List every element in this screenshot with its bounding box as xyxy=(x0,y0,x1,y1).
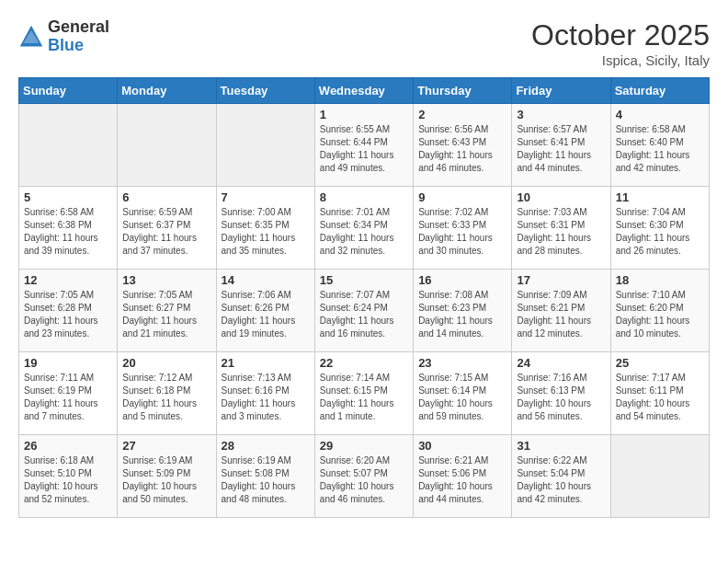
day-info: Sunrise: 6:19 AM Sunset: 5:09 PM Dayligh… xyxy=(122,454,210,506)
calendar-cell: 10Sunrise: 7:03 AM Sunset: 6:31 PM Dayli… xyxy=(512,187,610,270)
day-info: Sunrise: 6:22 AM Sunset: 5:04 PM Dayligh… xyxy=(517,454,605,506)
calendar-cell: 3Sunrise: 6:57 AM Sunset: 6:41 PM Daylig… xyxy=(512,104,610,187)
day-info: Sunrise: 6:59 AM Sunset: 6:37 PM Dayligh… xyxy=(122,206,210,258)
day-number: 7 xyxy=(222,190,310,204)
day-info: Sunrise: 7:05 AM Sunset: 6:27 PM Dayligh… xyxy=(122,289,210,340)
day-info: Sunrise: 7:03 AM Sunset: 6:31 PM Dayligh… xyxy=(517,206,605,258)
calendar-cell: 31Sunrise: 6:22 AM Sunset: 5:04 PM Dayli… xyxy=(512,435,610,518)
calendar-cell: 23Sunrise: 7:15 AM Sunset: 6:14 PM Dayli… xyxy=(414,352,512,435)
calendar-cell: 12Sunrise: 7:05 AM Sunset: 6:28 PM Dayli… xyxy=(19,270,118,352)
day-info: Sunrise: 7:11 AM Sunset: 6:19 PM Dayligh… xyxy=(24,372,112,423)
day-number: 28 xyxy=(222,439,310,453)
day-number: 11 xyxy=(616,190,704,204)
day-number: 23 xyxy=(418,356,506,370)
column-header-saturday: Saturday xyxy=(610,78,709,104)
calendar-cell: 29Sunrise: 6:20 AM Sunset: 5:07 PM Dayli… xyxy=(314,435,413,518)
day-info: Sunrise: 7:05 AM Sunset: 6:28 PM Dayligh… xyxy=(24,289,112,340)
day-number: 3 xyxy=(517,108,605,121)
column-header-wednesday: Wednesday xyxy=(314,78,413,104)
calendar-cell: 20Sunrise: 7:12 AM Sunset: 6:18 PM Dayli… xyxy=(118,352,216,435)
calendar-cell: 11Sunrise: 7:04 AM Sunset: 6:30 PM Dayli… xyxy=(610,187,709,270)
calendar-cell: 25Sunrise: 7:17 AM Sunset: 6:11 PM Dayli… xyxy=(610,352,709,435)
day-info: Sunrise: 7:17 AM Sunset: 6:11 PM Dayligh… xyxy=(616,372,704,423)
day-info: Sunrise: 6:58 AM Sunset: 6:40 PM Dayligh… xyxy=(616,123,704,175)
calendar-cell: 8Sunrise: 7:01 AM Sunset: 6:34 PM Daylig… xyxy=(314,187,413,270)
day-number: 20 xyxy=(122,356,210,370)
day-number: 21 xyxy=(222,356,310,370)
calendar-week-3: 12Sunrise: 7:05 AM Sunset: 6:28 PM Dayli… xyxy=(19,270,710,352)
day-number: 6 xyxy=(122,190,210,204)
day-info: Sunrise: 6:58 AM Sunset: 6:38 PM Dayligh… xyxy=(24,206,112,258)
calendar-cell: 18Sunrise: 7:10 AM Sunset: 6:20 PM Dayli… xyxy=(610,270,709,352)
day-info: Sunrise: 6:19 AM Sunset: 5:08 PM Dayligh… xyxy=(222,454,310,506)
column-header-thursday: Thursday xyxy=(414,78,512,104)
calendar-cell: 6Sunrise: 6:59 AM Sunset: 6:37 PM Daylig… xyxy=(118,187,216,270)
calendar-cell: 24Sunrise: 7:16 AM Sunset: 6:13 PM Dayli… xyxy=(512,352,610,435)
day-info: Sunrise: 7:04 AM Sunset: 6:30 PM Dayligh… xyxy=(616,206,704,258)
calendar-cell: 26Sunrise: 6:18 AM Sunset: 5:10 PM Dayli… xyxy=(19,435,118,518)
page-header: General Blue October 2025 Ispica, Sicily… xyxy=(18,18,710,68)
calendar-cell: 2Sunrise: 6:56 AM Sunset: 6:43 PM Daylig… xyxy=(414,104,512,187)
day-number: 12 xyxy=(24,273,112,287)
day-number: 17 xyxy=(517,273,605,287)
day-info: Sunrise: 7:13 AM Sunset: 6:16 PM Dayligh… xyxy=(222,372,310,423)
column-header-sunday: Sunday xyxy=(19,78,118,104)
location-subtitle: Ispica, Sicily, Italy xyxy=(531,52,710,68)
calendar-cell: 15Sunrise: 7:07 AM Sunset: 6:24 PM Dayli… xyxy=(314,270,413,352)
calendar-cell: 5Sunrise: 6:58 AM Sunset: 6:38 PM Daylig… xyxy=(19,187,118,270)
logo-text: General Blue xyxy=(48,18,109,55)
day-info: Sunrise: 6:20 AM Sunset: 5:07 PM Dayligh… xyxy=(320,454,408,506)
title-block: October 2025 Ispica, Sicily, Italy xyxy=(531,18,710,68)
day-info: Sunrise: 7:01 AM Sunset: 6:34 PM Dayligh… xyxy=(320,206,408,258)
day-number: 18 xyxy=(616,273,704,287)
day-number: 27 xyxy=(122,439,210,453)
day-number: 2 xyxy=(418,108,506,121)
day-number: 26 xyxy=(24,439,112,453)
calendar-cell: 7Sunrise: 7:00 AM Sunset: 6:35 PM Daylig… xyxy=(216,187,314,270)
logo: General Blue xyxy=(18,18,109,55)
calendar-cell: 16Sunrise: 7:08 AM Sunset: 6:23 PM Dayli… xyxy=(414,270,512,352)
day-info: Sunrise: 7:12 AM Sunset: 6:18 PM Dayligh… xyxy=(122,372,210,423)
day-info: Sunrise: 7:06 AM Sunset: 6:26 PM Dayligh… xyxy=(222,289,310,340)
day-info: Sunrise: 6:56 AM Sunset: 6:43 PM Dayligh… xyxy=(418,123,506,175)
calendar-cell: 13Sunrise: 7:05 AM Sunset: 6:27 PM Dayli… xyxy=(118,270,216,352)
day-info: Sunrise: 7:09 AM Sunset: 6:21 PM Dayligh… xyxy=(517,289,605,340)
day-number: 14 xyxy=(222,273,310,287)
day-info: Sunrise: 6:21 AM Sunset: 5:06 PM Dayligh… xyxy=(418,454,506,506)
month-title: October 2025 xyxy=(531,18,710,52)
day-info: Sunrise: 7:00 AM Sunset: 6:35 PM Dayligh… xyxy=(222,206,310,258)
day-info: Sunrise: 6:55 AM Sunset: 6:44 PM Dayligh… xyxy=(320,123,408,175)
calendar-cell: 14Sunrise: 7:06 AM Sunset: 6:26 PM Dayli… xyxy=(216,270,314,352)
day-info: Sunrise: 7:16 AM Sunset: 6:13 PM Dayligh… xyxy=(517,372,605,423)
calendar-cell: 22Sunrise: 7:14 AM Sunset: 6:15 PM Dayli… xyxy=(314,352,413,435)
calendar-table: SundayMondayTuesdayWednesdayThursdayFrid… xyxy=(18,77,710,518)
day-number: 22 xyxy=(320,356,408,370)
calendar-cell: 28Sunrise: 6:19 AM Sunset: 5:08 PM Dayli… xyxy=(216,435,314,518)
calendar-week-2: 5Sunrise: 6:58 AM Sunset: 6:38 PM Daylig… xyxy=(19,187,710,270)
day-info: Sunrise: 7:07 AM Sunset: 6:24 PM Dayligh… xyxy=(320,289,408,340)
calendar-week-4: 19Sunrise: 7:11 AM Sunset: 6:19 PM Dayli… xyxy=(19,352,710,435)
calendar-cell xyxy=(118,104,216,187)
day-number: 4 xyxy=(616,108,704,121)
day-info: Sunrise: 6:57 AM Sunset: 6:41 PM Dayligh… xyxy=(517,123,605,175)
header-row: SundayMondayTuesdayWednesdayThursdayFrid… xyxy=(19,78,710,104)
calendar-cell xyxy=(610,435,709,518)
day-number: 1 xyxy=(320,108,408,121)
day-number: 15 xyxy=(320,273,408,287)
day-info: Sunrise: 7:14 AM Sunset: 6:15 PM Dayligh… xyxy=(320,372,408,423)
day-number: 9 xyxy=(418,190,506,204)
calendar-week-1: 1Sunrise: 6:55 AM Sunset: 6:44 PM Daylig… xyxy=(19,104,710,187)
day-number: 19 xyxy=(24,356,112,370)
logo-blue: Blue xyxy=(48,36,84,54)
column-header-friday: Friday xyxy=(512,78,610,104)
day-info: Sunrise: 6:18 AM Sunset: 5:10 PM Dayligh… xyxy=(24,454,112,506)
calendar-cell: 9Sunrise: 7:02 AM Sunset: 6:33 PM Daylig… xyxy=(414,187,512,270)
day-number: 25 xyxy=(616,356,704,370)
day-number: 29 xyxy=(320,439,408,453)
day-info: Sunrise: 7:08 AM Sunset: 6:23 PM Dayligh… xyxy=(418,289,506,340)
day-number: 8 xyxy=(320,190,408,204)
day-info: Sunrise: 7:10 AM Sunset: 6:20 PM Dayligh… xyxy=(616,289,704,340)
calendar-cell: 21Sunrise: 7:13 AM Sunset: 6:16 PM Dayli… xyxy=(216,352,314,435)
day-info: Sunrise: 7:02 AM Sunset: 6:33 PM Dayligh… xyxy=(418,206,506,258)
column-header-monday: Monday xyxy=(118,78,216,104)
